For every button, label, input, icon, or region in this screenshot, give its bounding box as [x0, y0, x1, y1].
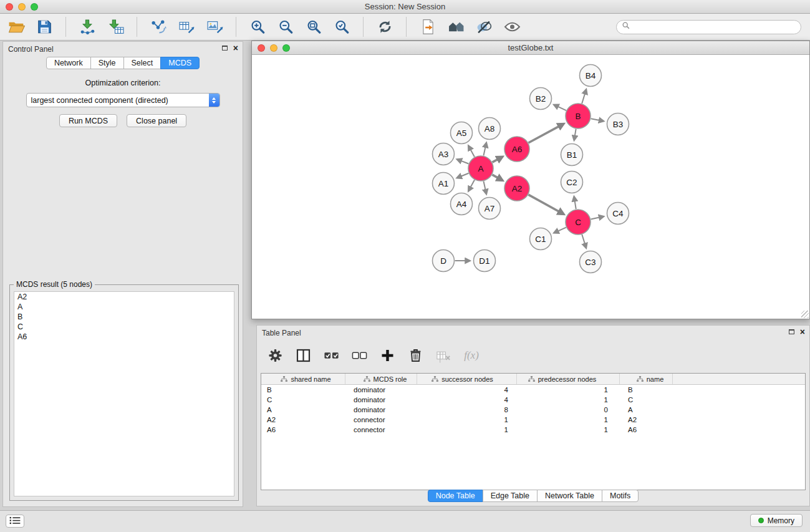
export-table-button[interactable] [176, 17, 196, 37]
mcds-result-item[interactable]: B [14, 312, 234, 322]
mcds-result-item[interactable]: C [14, 322, 234, 332]
select-all-rows-button[interactable] [322, 346, 340, 365]
mcds-result-list[interactable]: A2ABCA6 [14, 291, 234, 496]
float-panel-icon[interactable] [222, 46, 228, 51]
node-A3[interactable]: A3 [433, 143, 455, 165]
node-A5[interactable]: A5 [451, 122, 473, 144]
node-A[interactable]: A [468, 156, 493, 181]
node-B2[interactable]: B2 [530, 88, 552, 110]
node-C3[interactable]: C3 [580, 251, 602, 273]
edge-B-B2[interactable] [554, 105, 566, 110]
node-A4[interactable]: A4 [451, 193, 473, 215]
toggle-columns-button[interactable] [294, 346, 312, 365]
zoom-selected-button[interactable] [332, 17, 352, 37]
network-canvas[interactable]: B4B2BB3A5A8A6A3B1AC2A1A2A4A7C4CC1DD1C3 [252, 55, 809, 319]
node-C4[interactable]: C4 [607, 203, 629, 225]
tab-style[interactable]: Style [90, 57, 124, 69]
table-row[interactable]: A6connector11A6 [261, 425, 805, 435]
node-C1[interactable]: C1 [530, 228, 552, 250]
node-C[interactable]: C [566, 210, 591, 235]
maximize-network-window-button[interactable] [282, 44, 290, 52]
add-column-button[interactable] [378, 346, 397, 365]
apply-layout-button[interactable] [375, 17, 395, 37]
search-box[interactable] [616, 20, 801, 34]
show-hide-button[interactable] [502, 17, 522, 37]
edge-A2-C[interactable] [528, 195, 564, 214]
edge-A6-B[interactable] [528, 123, 564, 143]
import-table-from-file-button[interactable] [105, 17, 125, 37]
node-D[interactable]: D [433, 250, 455, 272]
table-tab-motifs[interactable]: Motifs [602, 490, 639, 502]
table-row[interactable]: Adominator80A [261, 405, 805, 415]
edge-A-A4[interactable] [468, 180, 475, 191]
node-A7[interactable]: A7 [479, 198, 501, 220]
table-row[interactable]: Bdominator41B [261, 385, 805, 395]
home-button[interactable] [446, 17, 466, 37]
open-session-button[interactable] [6, 17, 26, 37]
tab-network[interactable]: Network [46, 57, 91, 69]
edge-A-A7[interactable] [483, 181, 486, 195]
close-panel-button[interactable]: Close panel [127, 114, 186, 127]
node-C2[interactable]: C2 [561, 172, 583, 193]
node-B4[interactable]: B4 [580, 65, 602, 87]
first-neighbors-button[interactable] [418, 17, 438, 37]
column-header-successor-nodes[interactable]: successor nodes [417, 374, 517, 384]
tab-mcds[interactable]: MCDS [160, 57, 200, 69]
column-header-mcds-role[interactable]: MCDS role [345, 374, 417, 384]
edge-A-A2[interactable] [492, 175, 503, 180]
export-image-button[interactable] [205, 17, 224, 37]
edge-A-A1[interactable] [457, 173, 469, 178]
table-tab-node-table[interactable]: Node Table [428, 490, 483, 502]
maximize-window-button[interactable] [31, 3, 38, 11]
edge-C-C4[interactable] [591, 216, 604, 219]
column-header-predecessor-nodes[interactable]: predecessor nodes [517, 374, 620, 384]
run-mcds-button[interactable]: Run MCDS [59, 114, 117, 127]
edge-C-C3[interactable] [582, 235, 586, 248]
edge-B-B4[interactable] [582, 89, 586, 103]
node-B3[interactable]: B3 [607, 114, 629, 135]
edge-B-B1[interactable] [574, 129, 576, 140]
table-row[interactable]: A2connector11A2 [261, 415, 805, 425]
edge-C-C1[interactable] [554, 228, 566, 233]
resize-grip[interactable] [801, 311, 809, 318]
edge-A-A3[interactable] [457, 159, 468, 163]
column-header-shared-name[interactable]: shared name [261, 374, 345, 384]
table-row[interactable]: Cdominator41C [261, 395, 805, 405]
minimize-window-button[interactable] [18, 3, 26, 11]
close-table-panel-icon[interactable]: × [800, 329, 805, 335]
network-graph[interactable]: B4B2BB3A5A8A6A3B1AC2A1A2A4A7C4CC1DD1C3 [252, 55, 809, 319]
edge-B-B3[interactable] [591, 118, 604, 121]
mcds-result-item[interactable]: A [14, 302, 234, 312]
search-input[interactable] [633, 22, 796, 31]
graphics-details-button[interactable] [474, 17, 494, 37]
network-window-titlebar[interactable]: testGlobe.txt [252, 41, 809, 55]
delete-column-button[interactable] [406, 346, 425, 365]
zoom-out-button[interactable] [276, 17, 296, 37]
show-panels-button[interactable] [6, 515, 24, 528]
minimize-network-window-button[interactable] [270, 44, 277, 52]
save-session-button[interactable] [34, 17, 54, 37]
node-A8[interactable]: A8 [479, 118, 501, 140]
table-settings-button[interactable] [266, 346, 284, 365]
node-A2[interactable]: A2 [504, 176, 529, 201]
tab-select[interactable]: Select [123, 57, 162, 69]
mcds-result-item[interactable]: A2 [14, 292, 234, 302]
table-tab-network-table[interactable]: Network Table [537, 490, 602, 502]
edge-A-A6[interactable] [493, 157, 503, 162]
edge-A-A8[interactable] [483, 143, 486, 156]
deselect-all-rows-button[interactable] [350, 346, 369, 365]
import-network-from-file-button[interactable] [77, 17, 97, 37]
mcds-result-item[interactable]: A6 [14, 332, 234, 342]
close-network-window-button[interactable] [258, 44, 265, 52]
node-B[interactable]: B [566, 104, 591, 128]
edge-C-C2[interactable] [574, 196, 576, 209]
zoom-fit-button[interactable] [304, 17, 324, 37]
column-header-name[interactable]: name [620, 374, 673, 384]
memory-button[interactable]: Memory [750, 514, 803, 527]
node-A6[interactable]: A6 [504, 137, 529, 162]
node-D1[interactable]: D1 [474, 250, 496, 272]
table-tab-edge-table[interactable]: Edge Table [483, 490, 538, 502]
float-table-panel-icon[interactable] [789, 329, 794, 334]
close-panel-icon[interactable]: × [233, 45, 238, 51]
edge-A-A5[interactable] [468, 146, 475, 157]
